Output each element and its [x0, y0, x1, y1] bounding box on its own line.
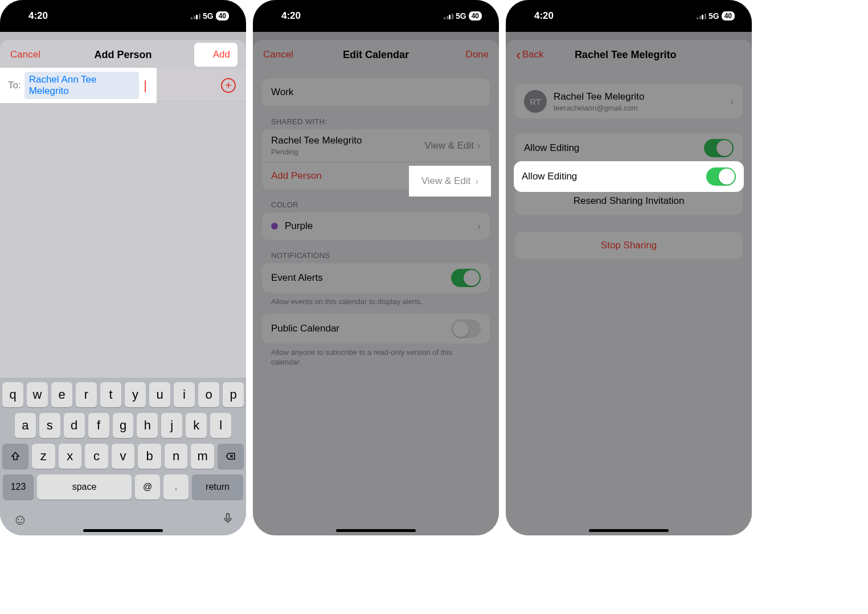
battery-icon: 40: [216, 11, 229, 21]
allow-editing-toggle[interactable]: [704, 139, 734, 157]
shift-key[interactable]: [2, 444, 28, 469]
notifications-header: NOTIFICATIONS: [253, 240, 499, 263]
key-c[interactable]: c: [85, 444, 108, 469]
color-name: Purple: [285, 220, 470, 232]
allow-editing-highlight[interactable]: Allow Editing: [515, 162, 743, 191]
status-right: 5G 40: [191, 11, 229, 21]
chevron-right-icon: ›: [475, 175, 478, 187]
backspace-key[interactable]: [218, 444, 244, 469]
calendar-name-value: Work: [271, 87, 293, 98]
key-r[interactable]: r: [76, 382, 97, 407]
allow-editing-row[interactable]: Allow Editing: [515, 133, 743, 163]
key-x[interactable]: x: [59, 444, 82, 469]
allow-editing-label: Allow Editing: [524, 142, 697, 154]
add-button[interactable]: Add: [196, 44, 236, 65]
key-i[interactable]: i: [174, 382, 195, 407]
network-label: 5G: [709, 11, 719, 21]
calendar-name-field[interactable]: Work: [262, 79, 490, 106]
contact-chip[interactable]: Rachel Ann Tee Melegrito: [24, 72, 140, 99]
status-right: 5G 40: [444, 11, 482, 21]
key-o[interactable]: o: [198, 382, 219, 407]
status-bar: 4:20 5G 40: [253, 0, 499, 32]
back-label: Back: [522, 49, 544, 60]
emoji-icon[interactable]: ☺: [13, 511, 28, 530]
key-a[interactable]: a: [15, 413, 36, 438]
key-k[interactable]: k: [186, 413, 207, 438]
public-calendar-label: Public Calendar: [271, 323, 444, 334]
back-button[interactable]: ‹ Back: [516, 47, 543, 62]
public-calendar-row[interactable]: Public Calendar: [262, 314, 490, 343]
keyboard[interactable]: q w e r t y u i o p a s d f g h: [0, 378, 246, 535]
chevron-right-icon: ›: [477, 220, 481, 232]
contact-email: teerachelann@gmail.com: [554, 104, 723, 112]
home-indicator[interactable]: [336, 529, 416, 532]
shared-person-row[interactable]: Rachel Tee Melegrito Pending View & Edit…: [262, 129, 490, 162]
view-edit-highlight[interactable]: View & Edit ›: [410, 167, 490, 195]
allow-editing-label-highlight: Allow Editing: [522, 171, 577, 182]
add-contact-icon[interactable]: +: [221, 78, 236, 93]
color-swatch-icon: [271, 223, 278, 230]
resend-invitation-button[interactable]: Resend Sharing Invitation: [515, 187, 743, 215]
home-indicator[interactable]: [83, 529, 163, 532]
home-indicator[interactable]: [589, 529, 669, 532]
key-q[interactable]: q: [2, 382, 23, 407]
key-s[interactable]: s: [39, 413, 60, 438]
key-w[interactable]: w: [27, 382, 48, 407]
key-d[interactable]: d: [64, 413, 85, 438]
key-u[interactable]: u: [149, 382, 170, 407]
key-h[interactable]: h: [137, 413, 158, 438]
calendar-name-group: Work: [262, 79, 490, 106]
event-alerts-toggle[interactable]: [451, 269, 481, 287]
key-g[interactable]: g: [113, 413, 134, 438]
done-button[interactable]: Done: [449, 49, 489, 60]
key-n[interactable]: n: [165, 444, 188, 469]
key-e[interactable]: e: [51, 382, 72, 407]
contact-row[interactable]: RT Rachel Tee Melegrito teerachelann@gma…: [515, 84, 743, 118]
key-y[interactable]: y: [125, 382, 146, 407]
key-v[interactable]: v: [112, 444, 135, 469]
phone-screen-3: 4:20 5G 40 ‹ Back Rachel Tee Melegrito R…: [506, 0, 752, 535]
status-time: 4:20: [281, 10, 301, 22]
key-b[interactable]: b: [138, 444, 161, 469]
stop-sharing-button[interactable]: Stop Sharing: [515, 232, 743, 259]
key-p[interactable]: p: [223, 382, 244, 407]
stop-sharing-group: Stop Sharing: [515, 232, 743, 259]
contact-name: Rachel Tee Melegrito: [554, 91, 644, 102]
return-key[interactable]: return: [192, 474, 243, 500]
space-key[interactable]: space: [37, 474, 132, 500]
key-j[interactable]: j: [161, 413, 182, 438]
at-key[interactable]: @: [135, 474, 160, 500]
text-cursor: |: [144, 78, 147, 93]
contact-group: RT Rachel Tee Melegrito teerachelann@gma…: [515, 84, 743, 118]
key-m[interactable]: m: [191, 444, 214, 469]
event-alerts-row[interactable]: Event Alerts: [262, 263, 490, 293]
key-l[interactable]: l: [210, 413, 231, 438]
key-f[interactable]: f: [88, 413, 109, 438]
key-z[interactable]: z: [32, 444, 55, 469]
allow-editing-group: Allow Editing: [515, 133, 743, 163]
sheet: ‹ Back Rachel Tee Melegrito RT Rachel Te…: [506, 40, 752, 535]
public-calendar-group: Public Calendar: [262, 314, 490, 343]
chevron-left-icon: ‹: [516, 47, 521, 62]
keyboard-row-3: z x c v b n m: [2, 444, 244, 469]
nav-bar: Cancel Edit Calendar Done: [253, 40, 499, 69]
dot-key[interactable]: .: [163, 474, 189, 500]
numbers-key[interactable]: 123: [3, 474, 34, 500]
to-field-row[interactable]: To: Rachel Ann Tee Melegrito |: [0, 69, 155, 101]
public-calendar-toggle[interactable]: [451, 320, 481, 338]
shared-person-status: Pending: [271, 148, 417, 156]
page-title: Edit Calendar: [343, 49, 409, 61]
event-alerts-group: Event Alerts: [262, 263, 490, 293]
allow-editing-toggle-highlight[interactable]: [706, 167, 736, 186]
network-label: 5G: [456, 11, 466, 21]
mic-icon[interactable]: [222, 511, 234, 530]
key-t[interactable]: t: [100, 382, 121, 407]
page-title: Rachel Tee Melegrito: [575, 49, 677, 61]
color-row[interactable]: Purple ›: [262, 212, 490, 240]
battery-icon: 40: [722, 11, 735, 21]
phone-screen-2: 4:20 5G 40 Cancel Edit Calendar Done Wor…: [253, 0, 499, 535]
signal-icon: [444, 13, 453, 19]
cancel-button[interactable]: Cancel: [263, 49, 303, 60]
status-time: 4:20: [28, 10, 48, 22]
cancel-button[interactable]: Cancel: [10, 49, 50, 60]
